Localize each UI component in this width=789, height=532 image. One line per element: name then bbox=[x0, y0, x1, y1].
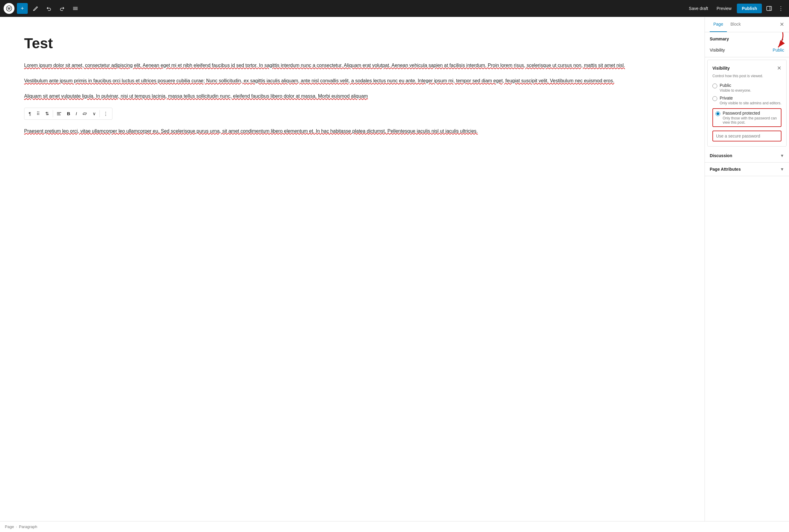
statusbar-separator: › bbox=[16, 525, 17, 529]
radio-private-title: Private bbox=[720, 96, 782, 100]
summary-section-header[interactable]: Summary ▲ bbox=[705, 32, 789, 45]
inline-toolbar: ¶ ⠿ ⇅ B I ∨ ⋮ bbox=[24, 108, 113, 120]
radio-public-title: Public bbox=[720, 83, 751, 88]
editor-area: Test Lorem ipsum dolor sit amet, consect… bbox=[0, 17, 705, 521]
radio-public: Public Visible to everyone. bbox=[712, 83, 782, 93]
paragraph-3[interactable]: Aliquam sit amet vulputate ligula. In pu… bbox=[24, 92, 680, 100]
sidebar: Page Block ✕ Summary ▲ Visibility Public bbox=[705, 17, 789, 521]
bold-button[interactable]: B bbox=[64, 109, 73, 118]
radio-password-highlight-box: Password protected Only those with the p… bbox=[712, 108, 782, 127]
undo-button[interactable] bbox=[43, 3, 54, 14]
link-button[interactable] bbox=[80, 110, 90, 118]
radio-password-desc: Only those with the password can view th… bbox=[723, 116, 778, 125]
discussion-section-header[interactable]: Discussion ▼ bbox=[705, 149, 789, 162]
toolbar-separator-2 bbox=[99, 110, 100, 117]
page-attributes-section-header[interactable]: Page Attributes ▼ bbox=[705, 163, 789, 176]
radio-private-input[interactable] bbox=[712, 96, 717, 101]
summary-section: Summary ▲ Visibility Public bbox=[705, 32, 789, 57]
block-options-button[interactable]: ⋮ bbox=[101, 109, 110, 118]
svg-text:W: W bbox=[7, 7, 11, 10]
summary-chevron-icon: ▲ bbox=[781, 37, 784, 41]
preview-button[interactable]: Preview bbox=[714, 4, 735, 13]
paragraph-2[interactable]: Vestibulum ante ipsum primis in faucibus… bbox=[24, 77, 680, 85]
pencil-button[interactable] bbox=[30, 3, 41, 14]
statusbar-page-label: Page bbox=[5, 525, 14, 529]
move-up-down-button[interactable]: ⇅ bbox=[43, 109, 52, 118]
post-title[interactable]: Test bbox=[24, 35, 680, 52]
visibility-description: Control how this post is viewed. bbox=[712, 74, 782, 78]
sidebar-close-button[interactable]: ✕ bbox=[780, 17, 784, 32]
discussion-chevron-icon: ▼ bbox=[780, 153, 784, 158]
paragraph-4[interactable]: Praesent pretium leo orci, vitae ullamco… bbox=[24, 127, 680, 135]
visibility-panel-header: Visibility ✕ bbox=[712, 65, 782, 72]
radio-password-label[interactable]: Password protected Only those with the p… bbox=[715, 111, 778, 125]
add-button[interactable]: + bbox=[17, 3, 28, 14]
tab-block[interactable]: Block bbox=[727, 17, 744, 32]
tab-page[interactable]: Page bbox=[710, 17, 727, 32]
tools-button[interactable] bbox=[70, 3, 81, 14]
radio-private-label[interactable]: Private Only visible to site admins and … bbox=[712, 96, 782, 105]
password-input-wrap bbox=[712, 131, 782, 141]
sidebar-toggle-button[interactable] bbox=[764, 4, 774, 13]
redo-button[interactable] bbox=[57, 3, 68, 14]
page-attributes-chevron-icon: ▼ bbox=[780, 167, 784, 172]
post-content: Lorem ipsum dolor sit amet, consectetur … bbox=[24, 61, 680, 142]
radio-public-label[interactable]: Public Visible to everyone. bbox=[712, 83, 782, 93]
drag-handle-button[interactable]: ⠿ bbox=[34, 109, 42, 118]
wp-logo[interactable]: W bbox=[4, 3, 15, 14]
statusbar-context-label: Paragraph bbox=[19, 525, 37, 529]
italic-button[interactable]: I bbox=[73, 109, 79, 118]
visibility-row: Visibility Public bbox=[705, 45, 789, 57]
main-layout: Test Lorem ipsum dolor sit amet, consect… bbox=[0, 17, 789, 521]
sidebar-tabs: Page Block ✕ bbox=[705, 17, 789, 32]
ellipsis-icon: ⋮ bbox=[778, 5, 784, 12]
page-attributes-label: Page Attributes bbox=[710, 167, 741, 172]
radio-private-desc: Only visible to site admins and editors. bbox=[720, 101, 782, 105]
discussion-section: Discussion ▼ bbox=[705, 149, 789, 163]
summary-label: Summary bbox=[710, 37, 729, 41]
radio-public-input[interactable] bbox=[712, 83, 717, 88]
visibility-label: Visibility bbox=[710, 48, 725, 53]
more-rich-button[interactable]: ∨ bbox=[90, 109, 98, 118]
align-button[interactable] bbox=[54, 110, 64, 118]
visibility-panel-close-button[interactable]: ✕ bbox=[777, 65, 782, 72]
visibility-panel-title: Visibility bbox=[712, 66, 730, 71]
topbar: W + Save draft Preview Publish ⋮ bbox=[0, 0, 789, 17]
password-input[interactable] bbox=[713, 131, 781, 141]
topbar-right: Save draft Preview Publish ⋮ bbox=[686, 3, 785, 14]
radio-public-desc: Visible to everyone. bbox=[720, 88, 751, 93]
radio-password-title: Password protected bbox=[723, 111, 778, 115]
publish-button[interactable]: Publish bbox=[737, 4, 762, 13]
more-options-button[interactable]: ⋮ bbox=[776, 3, 785, 14]
visibility-value-link[interactable]: Public bbox=[773, 48, 784, 53]
statusbar: Page › Paragraph bbox=[0, 521, 789, 532]
radio-private: Private Only visible to site admins and … bbox=[712, 96, 782, 105]
visibility-panel: Visibility ✕ Control how this post is vi… bbox=[707, 60, 787, 147]
radio-password-input[interactable] bbox=[715, 111, 720, 116]
svg-rect-5 bbox=[767, 6, 771, 11]
discussion-label: Discussion bbox=[710, 153, 732, 158]
paragraph-1[interactable]: Lorem ipsum dolor sit amet, consectetur … bbox=[24, 61, 680, 69]
page-attributes-section: Page Attributes ▼ bbox=[705, 163, 789, 176]
paragraph-format-button[interactable]: ¶ bbox=[26, 109, 34, 118]
save-draft-button[interactable]: Save draft bbox=[686, 4, 711, 13]
